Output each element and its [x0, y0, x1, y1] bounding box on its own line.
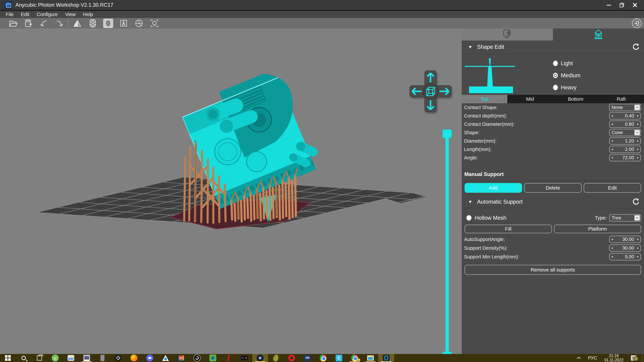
menu-edit[interactable]: Edit — [18, 12, 32, 17]
start-button[interactable] — [0, 354, 16, 362]
taskbar-app-steam[interactable] — [252, 354, 268, 362]
weight-option-medium[interactable]: Medium — [553, 69, 580, 81]
type-dropdown[interactable]: Tree ▼ — [609, 214, 641, 222]
contact-shape-dropdown[interactable]: None ▼ — [609, 104, 641, 111]
support-density-spinner[interactable]: ◄ 30.00 ► — [609, 244, 641, 252]
dropdown-arrow-icon[interactable]: ▼ — [634, 105, 640, 110]
tab-support-settings[interactable] — [553, 28, 644, 40]
spinner-decrement[interactable]: ◄ — [610, 247, 615, 250]
taskbar-app-unity[interactable] — [110, 354, 126, 362]
taskbar-app-gamepad[interactable] — [236, 354, 252, 362]
redo-button[interactable] — [52, 18, 67, 28]
nav-home-cube-button[interactable] — [423, 84, 438, 99]
collapse-triangle-icon[interactable]: ▼ — [468, 44, 472, 50]
taskbar-app-file-explorer[interactable] — [362, 354, 378, 362]
show-desktop-button[interactable] — [642, 354, 644, 362]
tab-bottom[interactable]: Bottom — [553, 95, 598, 103]
menu-help[interactable]: Help — [80, 12, 96, 17]
clock[interactable]: 21:19 01.11.2022 — [601, 354, 626, 362]
weight-option-light[interactable]: Light — [553, 57, 580, 69]
spinner-increment[interactable]: ► — [636, 255, 640, 258]
spinner-decrement[interactable]: ◄ — [610, 139, 615, 142]
punch-hole-button[interactable] — [100, 18, 116, 28]
search-button[interactable] — [16, 354, 32, 362]
taskbar-app-anycubic[interactable] — [378, 354, 394, 362]
spinner-increment[interactable]: ► — [636, 247, 640, 250]
radio-selected-icon[interactable] — [553, 73, 558, 78]
radio-icon[interactable] — [553, 85, 558, 90]
menu-view[interactable]: View — [62, 12, 78, 17]
weight-option-heavy[interactable]: Heavy — [553, 81, 580, 93]
tab-top[interactable]: Top — [462, 95, 507, 103]
support-min-length-spinner[interactable]: ◄ 5.00 ► — [609, 253, 641, 260]
text-button[interactable] — [116, 18, 131, 28]
tab-print-settings[interactable] — [462, 28, 553, 40]
contact-depth-spinner[interactable]: ◄ 0.40 ► — [609, 112, 641, 119]
spinner-value[interactable]: 30.00 — [615, 237, 636, 242]
menu-file[interactable]: File — [3, 12, 16, 17]
taskbar-app-seed[interactable] — [268, 354, 284, 362]
taskbar-app-cast[interactable] — [158, 354, 174, 362]
layer-slider-track[interactable] — [446, 134, 449, 356]
length-spinner[interactable]: ◄ 2.00 ► — [609, 146, 641, 153]
delete-support-button[interactable]: Delete — [524, 183, 582, 193]
restore-button[interactable] — [618, 2, 625, 8]
taskbar-app-chrome[interactable] — [315, 354, 331, 362]
spinner-increment[interactable]: ► — [636, 114, 640, 117]
spinner-increment[interactable]: ► — [636, 156, 640, 159]
angle-spinner[interactable]: ◄ 72.00 ► — [609, 154, 641, 161]
tray-expand-button[interactable] — [574, 356, 584, 360]
fill-button[interactable]: Fill — [464, 225, 552, 233]
shape-dropdown[interactable]: Cone ▼ — [609, 129, 641, 136]
taskbar-app-pc-specs[interactable] — [94, 354, 110, 362]
remove-all-supports-button[interactable]: Remove all supports — [464, 265, 641, 275]
panel-toggle-button[interactable] — [632, 18, 642, 28]
tab-mid[interactable]: Mid — [507, 95, 553, 103]
layer-slider-handle-top[interactable] — [442, 129, 452, 138]
spinner-value[interactable]: 0.80 — [615, 121, 636, 127]
taskbar-app-green-cube[interactable] — [205, 354, 221, 362]
collapse-triangle-icon[interactable]: ▼ — [468, 199, 472, 204]
task-view-button[interactable] — [32, 354, 47, 362]
spinner-value[interactable]: 30.00 — [615, 245, 636, 251]
taskbar-app-firefox[interactable] — [126, 354, 142, 362]
taskbar-app-obs[interactable] — [189, 354, 205, 362]
tab-raft[interactable]: Raft — [598, 95, 644, 103]
shape-edit-reset-button[interactable] — [632, 43, 640, 51]
taskbar-app-vr[interactable]: VR — [300, 354, 315, 362]
automatic-support-reset-button[interactable] — [632, 198, 640, 206]
hollow-mesh-checkbox[interactable] — [466, 215, 472, 221]
viewport-3d[interactable] — [0, 28, 462, 354]
spinner-decrement[interactable]: ◄ — [610, 255, 615, 258]
auto-support-angle-spinner[interactable]: ◄ 30.00 ► — [609, 236, 641, 243]
taskbar-app-image-viewer[interactable] — [79, 354, 94, 362]
spinner-decrement[interactable]: ◄ — [610, 114, 615, 117]
notification-center-button[interactable]: 1 — [626, 356, 641, 361]
face-detect-button[interactable] — [147, 18, 162, 28]
taskbar-app-discord[interactable] — [142, 354, 158, 362]
dropdown-arrow-icon[interactable]: ▼ — [634, 130, 640, 135]
diameter-spinner[interactable]: ◄ 1.20 ► — [609, 137, 641, 145]
taskbar-app-opera[interactable] — [284, 354, 300, 362]
spinner-increment[interactable]: ► — [636, 139, 640, 142]
save-button[interactable] — [21, 18, 36, 28]
spinner-increment[interactable]: ► — [636, 123, 640, 126]
menu-configure[interactable]: Configure — [34, 12, 61, 17]
mirror-button[interactable] — [70, 18, 85, 28]
add-support-button[interactable]: Add — [464, 183, 522, 193]
taskbar-app-utorrent[interactable]: μ — [47, 354, 63, 362]
taskbar-app-flame[interactable] — [221, 354, 236, 362]
spinner-increment[interactable]: ► — [636, 148, 640, 151]
spinner-value[interactable]: 0.40 — [615, 113, 636, 118]
minimize-button[interactable] — [606, 2, 612, 8]
platform-button[interactable]: Platform — [554, 225, 641, 233]
taskbar-app-scanner[interactable] — [63, 354, 79, 362]
spinner-value[interactable]: 5.00 — [615, 254, 636, 259]
scene-canvas[interactable] — [0, 28, 462, 354]
radio-icon[interactable] — [553, 61, 558, 66]
spinner-decrement[interactable]: ◄ — [610, 238, 615, 241]
taskbar-app-chrome-alt[interactable] — [347, 354, 362, 362]
open-button[interactable] — [5, 18, 21, 28]
spinner-value[interactable]: 2.00 — [615, 147, 636, 152]
spinner-increment[interactable]: ► — [636, 238, 640, 241]
